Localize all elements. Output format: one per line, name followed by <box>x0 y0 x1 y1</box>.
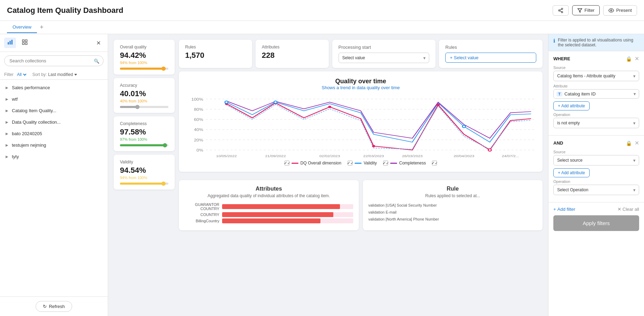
lock-icon[interactable]: 🔒 <box>626 56 632 62</box>
sidebar-toolbar: ✕ <box>0 34 108 52</box>
clear-all-btn[interactable]: ✕ Clear all <box>618 207 639 212</box>
svg-line-3 <box>560 11 562 12</box>
completeness-value: 97.58% <box>120 128 168 137</box>
list-item[interactable]: ▶ Sales performance <box>0 82 108 93</box>
attributes-card: Attributes 228 <box>256 40 329 68</box>
and-source-select[interactable]: Select source <box>553 155 639 165</box>
attr-bar-item: COUNTRY <box>184 212 353 217</box>
collection-name: bato 20240205 <box>12 131 42 136</box>
rules-value: 1,570 <box>185 51 246 60</box>
svg-rect-11 <box>25 40 27 41</box>
svg-point-2 <box>561 11 563 13</box>
and-operation-select[interactable]: Select Operation <box>553 185 639 195</box>
add-filter-btn[interactable]: + Add filter <box>553 207 575 212</box>
and-block-header: AND 🔒 ✕ <box>553 140 639 146</box>
operation-filter-row: Operation is not empty <box>553 113 639 128</box>
legend-completeness-checkbox[interactable]: ✓ <box>383 161 388 165</box>
accuracy-label: Accuracy <box>120 83 168 88</box>
expand-arrow-icon: ▶ <box>6 132 8 136</box>
page-title: Catalog Item Quality Dashboard <box>7 6 123 15</box>
svg-point-38 <box>488 149 491 151</box>
rules2-select-btn[interactable]: + Select value <box>445 53 536 63</box>
list-item[interactable]: ▶ Catalog Item Quality... <box>0 105 108 116</box>
filter-button[interactable]: Filter <box>572 5 600 15</box>
overall-progress-bar <box>120 68 168 70</box>
operation-select[interactable]: is not empty <box>553 118 639 128</box>
refresh-label: Refresh <box>49 304 65 309</box>
grid-view-btn[interactable] <box>19 38 31 48</box>
lock-icon[interactable]: 🔒 <box>626 140 632 146</box>
filter-select[interactable]: All <box>16 72 28 77</box>
list-item[interactable]: ▶ wtf <box>0 93 108 105</box>
processing-start-label: Processing start <box>339 45 430 50</box>
legend-extra-checkbox[interactable]: ✓ <box>432 161 437 165</box>
collection-name: tyty <box>12 154 19 159</box>
svg-point-1 <box>559 10 560 11</box>
list-item[interactable]: ▶ tyty <box>0 151 108 162</box>
and-source-filter-row: Source Select source <box>553 150 639 165</box>
list-item[interactable]: ▶ bato 20240205 <box>0 128 108 139</box>
legend-dq-checkbox[interactable]: ✓ <box>285 161 289 165</box>
svg-point-39 <box>225 101 228 103</box>
collection-name: Catalog Item Quality... <box>12 108 56 113</box>
refresh-button[interactable]: ↻ Refresh <box>36 301 72 312</box>
svg-point-36 <box>372 145 375 147</box>
source-select-wrap: Catalog Items - Attribute quality <box>553 71 639 81</box>
tab-add[interactable]: + <box>37 22 46 32</box>
attribute-chevron-icon: ▾ <box>634 91 636 97</box>
attr-name: GUARANTOR COUNTRY <box>184 202 219 211</box>
completeness-label: Completeness <box>120 121 168 126</box>
source-filter-row: Source Catalog Items - Attribute quality <box>553 65 639 81</box>
filter-panel: ℹ Filter is applied to all visualisation… <box>548 34 644 316</box>
collection-name: testujem nejming <box>12 142 46 148</box>
legend-validity-label: Validity <box>364 161 377 165</box>
svg-text:100%: 100% <box>191 97 204 101</box>
attr-bar-fill <box>222 212 333 217</box>
rules-section-title: Rule <box>369 186 537 192</box>
collection-name: wtf <box>12 97 18 102</box>
close-icon[interactable]: ✕ <box>635 140 639 146</box>
chart-area: 100% 80% 60% 40% 20% 0% 10/05/2022 21/09… <box>185 95 536 158</box>
list-item[interactable]: ▶ Data Quality collection... <box>0 116 108 128</box>
where-block-header: WHERE 🔒 ✕ <box>553 55 639 62</box>
rule-item: validation [North America] Phone Number <box>369 216 537 222</box>
rules-section: Rule Rules applied to selected at... val… <box>363 180 543 230</box>
list-item[interactable]: ▶ testujem nejming <box>0 139 108 151</box>
filter-bottom: + Add filter ✕ Clear all Apply filters <box>548 202 644 235</box>
chart-view-btn[interactable] <box>4 38 16 48</box>
sidebar-close-btn[interactable]: ✕ <box>93 38 104 48</box>
attribute-value: Catalog item ID <box>565 91 596 97</box>
attribute-select-box[interactable]: T Catalog item ID ▾ <box>553 89 639 99</box>
search-input[interactable] <box>4 55 104 66</box>
rules-section-subtitle: Rules applied to selected at... <box>369 193 537 198</box>
and-add-attribute-btn[interactable]: + Add attribute <box>553 168 590 177</box>
processing-start-select[interactable]: Select value <box>339 53 430 63</box>
svg-point-35 <box>328 106 331 108</box>
bottom-row: Attributes Aggregated data quality of in… <box>179 180 543 230</box>
filter-info-text: Filter is applied to all visualisations … <box>558 38 639 47</box>
svg-text:22/03/2023: 22/03/2023 <box>363 154 384 157</box>
tab-overview[interactable]: Overview <box>7 22 37 33</box>
attributes-value: 228 <box>262 51 323 60</box>
last-modified-btn[interactable]: Last modified <box>48 72 77 77</box>
legend-validity-checkbox[interactable]: ✓ <box>348 161 353 165</box>
svg-rect-13 <box>25 43 27 45</box>
apply-filters-button[interactable]: Apply filters <box>553 215 639 231</box>
accuracy-sub: 40% from 100% <box>120 99 168 103</box>
close-icon[interactable]: ✕ <box>635 55 639 62</box>
expand-arrow-icon: ▶ <box>6 86 8 90</box>
last-modified-label: Last modified <box>48 72 73 77</box>
present-button[interactable]: Present <box>603 5 637 16</box>
completeness-progress-bar <box>120 144 168 146</box>
add-attribute-btn[interactable]: + Add attribute <box>553 101 590 110</box>
share-button[interactable] <box>553 5 569 16</box>
svg-point-37 <box>437 104 440 106</box>
svg-rect-7 <box>8 42 9 45</box>
legend-dq-overall: ✓ DQ Overall dimension <box>285 161 341 165</box>
and-source-select-wrap: Select source <box>553 155 639 165</box>
overall-progress-dot <box>161 67 166 71</box>
source-select[interactable]: Catalog Items - Attribute quality <box>553 71 639 81</box>
overall-progress-fill <box>120 68 166 70</box>
chart-title: Quality over time <box>185 78 536 85</box>
type-T-badge: T <box>556 92 562 97</box>
